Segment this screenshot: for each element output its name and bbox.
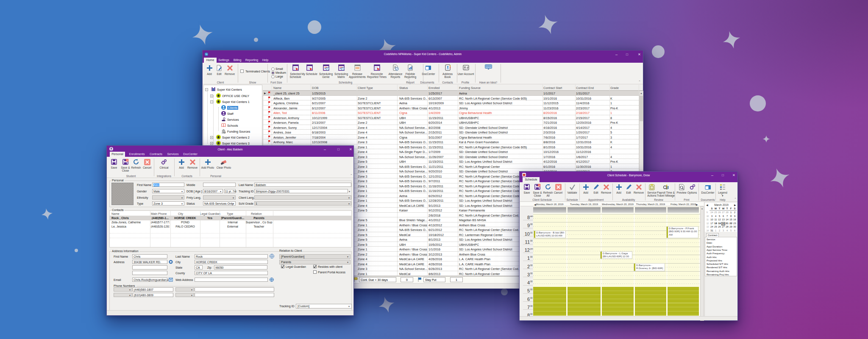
svg-text:$: $ bbox=[224, 131, 225, 133]
